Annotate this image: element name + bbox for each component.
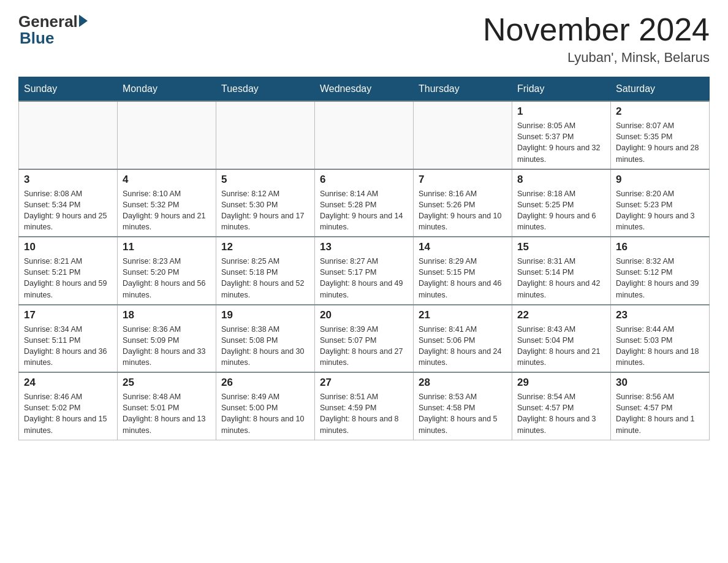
calendar-cell: 20Sunrise: 8:39 AMSunset: 5:07 PMDayligh…	[315, 305, 414, 373]
week-row-5: 24Sunrise: 8:46 AMSunset: 5:02 PMDayligh…	[19, 372, 710, 440]
day-info: Sunrise: 8:18 AMSunset: 5:25 PMDaylight:…	[517, 188, 605, 233]
calendar-cell: 17Sunrise: 8:34 AMSunset: 5:11 PMDayligh…	[19, 305, 118, 373]
day-number: 10	[24, 241, 112, 253]
calendar-cell	[216, 101, 315, 169]
day-number: 29	[517, 377, 605, 389]
calendar-cell: 19Sunrise: 8:38 AMSunset: 5:08 PMDayligh…	[216, 305, 315, 373]
calendar-cell: 11Sunrise: 8:23 AMSunset: 5:20 PMDayligh…	[118, 237, 216, 305]
calendar-cell: 8Sunrise: 8:18 AMSunset: 5:25 PMDaylight…	[512, 169, 611, 237]
day-number: 15	[517, 241, 605, 253]
day-number: 24	[24, 377, 112, 389]
day-info: Sunrise: 8:23 AMSunset: 5:20 PMDaylight:…	[123, 256, 211, 301]
day-info: Sunrise: 8:43 AMSunset: 5:04 PMDaylight:…	[517, 324, 605, 369]
day-number: 12	[221, 241, 309, 253]
calendar-cell: 29Sunrise: 8:54 AMSunset: 4:57 PMDayligh…	[512, 372, 611, 440]
day-number: 2	[616, 105, 704, 118]
day-number: 16	[616, 241, 704, 253]
day-number: 22	[517, 309, 605, 321]
day-number: 8	[517, 174, 605, 186]
day-number: 30	[616, 377, 704, 389]
day-info: Sunrise: 8:32 AMSunset: 5:12 PMDaylight:…	[616, 256, 704, 301]
weekday-header-sunday: Sunday	[19, 77, 118, 102]
calendar-cell	[118, 101, 216, 169]
calendar-cell: 28Sunrise: 8:53 AMSunset: 4:58 PMDayligh…	[414, 372, 512, 440]
calendar-cell: 26Sunrise: 8:49 AMSunset: 5:00 PMDayligh…	[216, 372, 315, 440]
weekday-header-tuesday: Tuesday	[216, 77, 315, 102]
weekday-header-thursday: Thursday	[414, 77, 512, 102]
day-number: 1	[517, 105, 605, 118]
calendar-cell: 5Sunrise: 8:12 AMSunset: 5:30 PMDaylight…	[216, 169, 315, 237]
week-row-3: 10Sunrise: 8:21 AMSunset: 5:21 PMDayligh…	[19, 237, 710, 305]
weekday-header-saturday: Saturday	[611, 77, 710, 102]
day-number: 19	[221, 309, 309, 321]
day-info: Sunrise: 8:10 AMSunset: 5:32 PMDaylight:…	[123, 188, 211, 233]
calendar-cell: 23Sunrise: 8:44 AMSunset: 5:03 PMDayligh…	[611, 305, 710, 373]
day-info: Sunrise: 8:36 AMSunset: 5:09 PMDaylight:…	[123, 324, 211, 369]
day-info: Sunrise: 8:54 AMSunset: 4:57 PMDaylight:…	[517, 391, 605, 436]
week-row-2: 3Sunrise: 8:08 AMSunset: 5:34 PMDaylight…	[19, 169, 710, 237]
day-number: 13	[320, 241, 408, 253]
weekday-header-friday: Friday	[512, 77, 611, 102]
week-row-1: 1Sunrise: 8:05 AMSunset: 5:37 PMDaylight…	[19, 101, 710, 169]
day-info: Sunrise: 8:49 AMSunset: 5:00 PMDaylight:…	[221, 391, 309, 436]
calendar-cell: 15Sunrise: 8:31 AMSunset: 5:14 PMDayligh…	[512, 237, 611, 305]
day-info: Sunrise: 8:46 AMSunset: 5:02 PMDaylight:…	[24, 391, 112, 436]
day-info: Sunrise: 8:21 AMSunset: 5:21 PMDaylight:…	[24, 256, 112, 301]
day-info: Sunrise: 8:05 AMSunset: 5:37 PMDaylight:…	[517, 120, 605, 165]
day-info: Sunrise: 8:14 AMSunset: 5:28 PMDaylight:…	[320, 188, 408, 233]
calendar-cell: 7Sunrise: 8:16 AMSunset: 5:26 PMDaylight…	[414, 169, 512, 237]
calendar-cell: 30Sunrise: 8:56 AMSunset: 4:57 PMDayligh…	[611, 372, 710, 440]
day-number: 20	[320, 309, 408, 321]
calendar-cell: 13Sunrise: 8:27 AMSunset: 5:17 PMDayligh…	[315, 237, 414, 305]
day-number: 4	[123, 174, 211, 186]
day-number: 27	[320, 377, 408, 389]
calendar-cell: 9Sunrise: 8:20 AMSunset: 5:23 PMDaylight…	[611, 169, 710, 237]
day-info: Sunrise: 8:29 AMSunset: 5:15 PMDaylight:…	[419, 256, 507, 301]
day-number: 26	[221, 377, 309, 389]
calendar-cell: 18Sunrise: 8:36 AMSunset: 5:09 PMDayligh…	[118, 305, 216, 373]
calendar-cell: 3Sunrise: 8:08 AMSunset: 5:34 PMDaylight…	[19, 169, 118, 237]
day-info: Sunrise: 8:16 AMSunset: 5:26 PMDaylight:…	[419, 188, 507, 233]
day-info: Sunrise: 8:27 AMSunset: 5:17 PMDaylight:…	[320, 256, 408, 301]
weekday-header-row: SundayMondayTuesdayWednesdayThursdayFrid…	[19, 77, 710, 102]
calendar-cell: 16Sunrise: 8:32 AMSunset: 5:12 PMDayligh…	[611, 237, 710, 305]
day-info: Sunrise: 8:07 AMSunset: 5:35 PMDaylight:…	[616, 120, 704, 165]
day-info: Sunrise: 8:53 AMSunset: 4:58 PMDaylight:…	[419, 391, 507, 436]
day-info: Sunrise: 8:34 AMSunset: 5:11 PMDaylight:…	[24, 324, 112, 369]
month-title: November 2024	[483, 12, 710, 47]
weekday-header-monday: Monday	[118, 77, 216, 102]
calendar-cell: 25Sunrise: 8:48 AMSunset: 5:01 PMDayligh…	[118, 372, 216, 440]
logo-blue-text: Blue	[20, 29, 54, 48]
day-number: 3	[24, 174, 112, 186]
calendar-cell: 10Sunrise: 8:21 AMSunset: 5:21 PMDayligh…	[19, 237, 118, 305]
calendar-table: SundayMondayTuesdayWednesdayThursdayFrid…	[18, 77, 710, 440]
day-number: 28	[419, 377, 507, 389]
day-info: Sunrise: 8:12 AMSunset: 5:30 PMDaylight:…	[221, 188, 309, 233]
day-number: 25	[123, 377, 211, 389]
calendar-cell: 14Sunrise: 8:29 AMSunset: 5:15 PMDayligh…	[414, 237, 512, 305]
day-number: 7	[419, 174, 507, 186]
weekday-header-wednesday: Wednesday	[315, 77, 414, 102]
day-info: Sunrise: 8:56 AMSunset: 4:57 PMDaylight:…	[616, 391, 704, 436]
day-number: 9	[616, 174, 704, 186]
day-info: Sunrise: 8:20 AMSunset: 5:23 PMDaylight:…	[616, 188, 704, 233]
calendar-cell	[315, 101, 414, 169]
day-info: Sunrise: 8:08 AMSunset: 5:34 PMDaylight:…	[24, 188, 112, 233]
day-number: 21	[419, 309, 507, 321]
day-number: 23	[616, 309, 704, 321]
day-info: Sunrise: 8:44 AMSunset: 5:03 PMDaylight:…	[616, 324, 704, 369]
calendar-cell: 27Sunrise: 8:51 AMSunset: 4:59 PMDayligh…	[315, 372, 414, 440]
day-number: 6	[320, 174, 408, 186]
logo-arrow-icon	[79, 15, 88, 27]
calendar-cell	[19, 101, 118, 169]
calendar-cell: 2Sunrise: 8:07 AMSunset: 5:35 PMDaylight…	[611, 101, 710, 169]
header: General Blue November 2024 Lyuban', Mins…	[18, 12, 710, 66]
calendar-cell: 21Sunrise: 8:41 AMSunset: 5:06 PMDayligh…	[414, 305, 512, 373]
logo-area: General Blue	[18, 12, 88, 48]
week-row-4: 17Sunrise: 8:34 AMSunset: 5:11 PMDayligh…	[19, 305, 710, 373]
calendar-cell	[414, 101, 512, 169]
day-info: Sunrise: 8:39 AMSunset: 5:07 PMDaylight:…	[320, 324, 408, 369]
day-info: Sunrise: 8:31 AMSunset: 5:14 PMDaylight:…	[517, 256, 605, 301]
day-number: 5	[221, 174, 309, 186]
day-info: Sunrise: 8:48 AMSunset: 5:01 PMDaylight:…	[123, 391, 211, 436]
